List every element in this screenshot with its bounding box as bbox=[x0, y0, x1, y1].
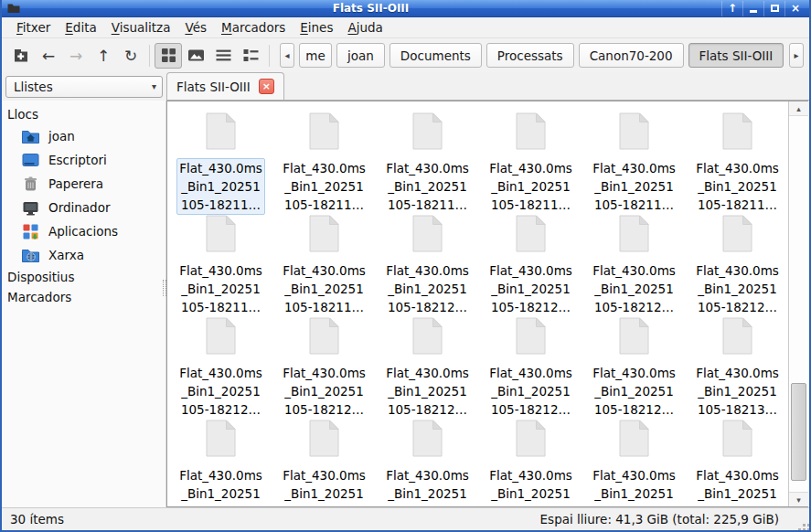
file-name: Flat_430.0ms _Bin1_20251 105-18213… bbox=[176, 465, 265, 506]
menu-ves[interactable]: Vés bbox=[177, 18, 214, 37]
file-icon bbox=[722, 317, 752, 358]
close-button[interactable]: × bbox=[784, 1, 806, 16]
thumbnail-view-button[interactable] bbox=[182, 43, 209, 69]
window-menu-folder-icon[interactable] bbox=[7, 3, 20, 14]
compact-view-button[interactable] bbox=[237, 43, 264, 69]
computer-icon bbox=[21, 198, 40, 218]
path-button-canon70-200[interactable]: Canon70-200 bbox=[579, 43, 684, 68]
scroll-up-button[interactable]: ▴ bbox=[789, 101, 808, 116]
file-item[interactable]: Flat_430.0ms _Bin1_20251 105-18212… bbox=[376, 314, 479, 416]
file-item[interactable]: Flat_430.0ms _Bin1_20251 105-18212… bbox=[582, 211, 686, 314]
path-button-processats[interactable]: Processats bbox=[486, 43, 574, 68]
file-name: Flat_430.0ms _Bin1_20251 105-18213… bbox=[590, 465, 678, 506]
file-item[interactable]: Flat_430.0ms _Bin1_20251 105-18213… bbox=[686, 416, 788, 506]
sidebar-item-aplicacions[interactable]: Aplicacions bbox=[2, 219, 165, 243]
sidebar-item-ordinador[interactable]: Ordinador bbox=[2, 196, 165, 219]
menu-eines[interactable]: Eines bbox=[293, 18, 340, 37]
path-button-me[interactable]: me bbox=[299, 43, 332, 68]
file-item[interactable]: Flat_430.0ms _Bin1_20251 105-18213… bbox=[479, 416, 582, 506]
file-icon bbox=[206, 112, 236, 154]
window-body: LlocsjoanEscriptoriPapereraOrdinadorApli… bbox=[2, 101, 809, 507]
refresh-button[interactable]: ↻ bbox=[117, 43, 144, 69]
up-button[interactable]: ↑ bbox=[90, 43, 117, 69]
file-icon bbox=[309, 317, 339, 358]
new-tab-button[interactable] bbox=[7, 43, 35, 69]
file-item[interactable]: Flat_430.0ms _Bin1_20251 105-18213… bbox=[376, 416, 479, 506]
path-scroll-right-button[interactable]: ▸ bbox=[789, 43, 804, 68]
menu-edita[interactable]: Edita bbox=[58, 18, 103, 37]
sidebar-item-xarxa[interactable]: Xarxa bbox=[2, 243, 165, 267]
maximize-button[interactable] bbox=[763, 1, 784, 16]
window-controls: ↑ × bbox=[721, 0, 806, 16]
file-item[interactable]: Flat_430.0ms _Bin1_20251 105-18211… bbox=[479, 109, 582, 211]
tab-label: Flats SII-OIII bbox=[176, 80, 251, 94]
file-item[interactable]: Flat_430.0ms _Bin1_20251 105-18212… bbox=[582, 314, 686, 416]
side-pane-header: Llistes ▾ bbox=[2, 72, 166, 101]
shade-button[interactable]: ↑ bbox=[721, 1, 742, 16]
resize-grip[interactable] bbox=[803, 524, 806, 527]
sidebar-item-escriptori[interactable]: Escriptori bbox=[2, 148, 165, 172]
file-name: Flat_430.0ms _Bin1_20251 105-18213… bbox=[693, 363, 782, 420]
back-button[interactable]: ← bbox=[35, 43, 62, 69]
file-item[interactable]: Flat_430.0ms _Bin1_20251 105-18211… bbox=[686, 109, 788, 211]
scrollbar-thumb[interactable] bbox=[791, 383, 806, 481]
file-item[interactable]: Flat_430.0ms _Bin1_20251 105-18211… bbox=[272, 211, 376, 314]
grid-view-icon bbox=[160, 47, 177, 64]
sidebar-item-joan[interactable]: joan bbox=[2, 124, 165, 148]
sidebar-item-paperera[interactable]: Paperera bbox=[2, 172, 165, 196]
pathbar: ◂ mejoanDocumentsProcessatsCanon70-200Fl… bbox=[280, 43, 804, 68]
path-button-documents[interactable]: Documents bbox=[389, 43, 482, 68]
tab-strip-row: Llistes ▾ Flats SII-OIII × bbox=[2, 72, 809, 101]
tab-close-button[interactable]: × bbox=[259, 79, 274, 94]
file-item[interactable]: Flat_430.0ms _Bin1_20251 105-18211… bbox=[376, 109, 479, 211]
file-item[interactable]: Flat_430.0ms _Bin1_20251 105-18212… bbox=[479, 211, 582, 314]
sidebar-section-llocs: Llocs bbox=[2, 104, 165, 124]
menu-ajuda[interactable]: Ajuda bbox=[340, 18, 389, 37]
minimize-button[interactable] bbox=[742, 1, 763, 16]
file-item[interactable]: Flat_430.0ms _Bin1_20251 105-18212… bbox=[169, 314, 272, 416]
tab-flats-sii-oiii[interactable]: Flats SII-OIII × bbox=[166, 72, 284, 100]
file-item[interactable]: Flat_430.0ms _Bin1_20251 105-18213… bbox=[272, 416, 376, 506]
file-item[interactable]: Flat_430.0ms _Bin1_20251 105-18213… bbox=[686, 314, 788, 416]
file-item[interactable]: Flat_430.0ms _Bin1_20251 105-18212… bbox=[376, 211, 479, 314]
path-button-flats-sii-oiii[interactable]: Flats SII-OIII bbox=[688, 43, 784, 68]
file-icon bbox=[722, 215, 752, 256]
file-item[interactable]: Flat_430.0ms _Bin1_20251 105-18211… bbox=[272, 109, 376, 211]
status-free-space: Espai lliure: 41,3 GiB (total: 225,9 GiB… bbox=[540, 512, 779, 527]
file-item[interactable]: Flat_430.0ms _Bin1_20251 105-18213… bbox=[582, 416, 686, 506]
list-view-button[interactable] bbox=[209, 43, 237, 69]
file-item[interactable]: Flat_430.0ms _Bin1_20251 105-18211… bbox=[169, 109, 272, 211]
file-item[interactable]: Flat_430.0ms _Bin1_20251 105-18213… bbox=[169, 416, 272, 506]
sidebar-item-label: Xarxa bbox=[48, 248, 84, 262]
file-item[interactable]: Flat_430.0ms _Bin1_20251 105-18212… bbox=[272, 314, 376, 416]
menu-visualitza[interactable]: Visualitza bbox=[104, 18, 178, 37]
path-button-joan[interactable]: joan bbox=[336, 43, 385, 68]
scroll-down-button[interactable]: ▾ bbox=[789, 492, 808, 506]
file-name: Flat_430.0ms _Bin1_20251 105-18212… bbox=[590, 261, 678, 317]
chevron-down-icon: ▾ bbox=[152, 81, 156, 91]
side-pane-mode-select[interactable]: Llistes ▾ bbox=[5, 76, 163, 98]
file-item[interactable]: Flat_430.0ms _Bin1_20251 105-18212… bbox=[686, 211, 788, 314]
file-icon bbox=[516, 112, 546, 154]
file-name: Flat_430.0ms _Bin1_20251 105-18211… bbox=[590, 158, 678, 215]
scrollbar-track[interactable] bbox=[789, 116, 808, 492]
file-item[interactable]: Flat_430.0ms _Bin1_20251 105-18211… bbox=[169, 211, 272, 314]
titlebar: Flats SII-OIII ↑ × bbox=[2, 0, 809, 17]
forward-button[interactable]: → bbox=[62, 43, 90, 69]
icon-view-button[interactable] bbox=[155, 43, 182, 69]
file-name: Flat_430.0ms _Bin1_20251 105-18213… bbox=[383, 465, 472, 506]
path-scroll-left-button[interactable]: ◂ bbox=[280, 43, 294, 68]
file-icon bbox=[206, 317, 236, 358]
minimize-icon bbox=[750, 10, 757, 13]
menu-fitxer[interactable]: Fitxer bbox=[9, 18, 58, 37]
file-icon bbox=[722, 420, 752, 461]
toolbar-separator bbox=[269, 45, 270, 67]
home-folder-icon bbox=[21, 127, 40, 146]
status-item-count: 30 ítems bbox=[10, 512, 64, 527]
menu-marcadors[interactable]: Marcadors bbox=[214, 18, 293, 37]
file-item[interactable]: Flat_430.0ms _Bin1_20251 105-18211… bbox=[582, 109, 686, 211]
vertical-scrollbar[interactable]: ▴ ▾ bbox=[788, 101, 808, 506]
pane-splitter-handle[interactable] bbox=[163, 280, 166, 296]
file-item[interactable]: Flat_430.0ms _Bin1_20251 105-18212… bbox=[479, 314, 582, 416]
file-name: Flat_430.0ms _Bin1_20251 105-18212… bbox=[280, 363, 368, 420]
